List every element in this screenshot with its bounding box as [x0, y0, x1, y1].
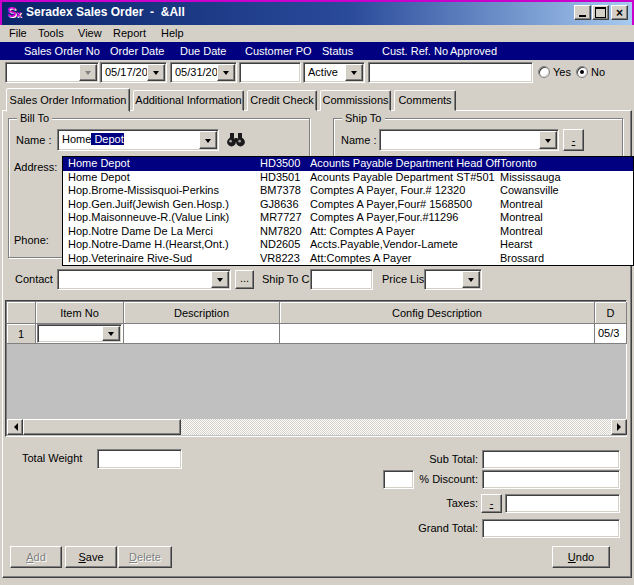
tab-commissions[interactable]: Commissions: [320, 90, 391, 111]
ship-to-dropdown-button[interactable]: [539, 131, 557, 149]
taxes-input[interactable]: [505, 494, 620, 513]
binoculars-icon: [226, 132, 246, 148]
menu-report[interactable]: Report: [113, 27, 146, 39]
scrollbar-thumb[interactable]: [23, 419, 181, 435]
grand-total-input[interactable]: [482, 519, 620, 538]
total-weight-input[interactable]: [97, 449, 182, 469]
bill-to-legend: Bill To: [17, 112, 52, 124]
status-dropdown-button[interactable]: [345, 64, 363, 81]
grid-header-description[interactable]: Description: [124, 302, 280, 324]
scroll-right-button[interactable]: [611, 419, 627, 435]
customer-row[interactable]: Home DepotHD3500Acounts Payable Departme…: [63, 157, 633, 171]
grid-corner-cell: [7, 302, 36, 324]
close-button[interactable]: ×: [611, 5, 628, 20]
chevron-down-icon: [545, 139, 551, 146]
ship-to-minus-button[interactable]: -: [563, 129, 584, 151]
customer-row[interactable]: Hop.Gen.Juif(Jewish Gen.Hosp.)GJ8636Comp…: [63, 198, 633, 212]
order-date-picker[interactable]: 05/17/2004: [100, 62, 167, 83]
customer-row[interactable]: Hop.Maisonneuve-R.(Value Link)MR7727Comp…: [63, 211, 633, 225]
customer-po-input[interactable]: [239, 62, 301, 83]
scroll-left-button[interactable]: [7, 419, 23, 435]
col-approved: Approved: [450, 45, 497, 57]
grid-row-number[interactable]: 1: [7, 324, 36, 344]
grid-header-config-description[interactable]: Config Description: [280, 302, 595, 324]
col-customer-po: Customer PO: [245, 45, 312, 57]
tab-sales-order-information[interactable]: Sales Order Information: [6, 88, 130, 112]
bill-to-name-combo[interactable]: Home Depot: [57, 129, 219, 151]
grid-cell-description[interactable]: [124, 324, 280, 344]
approved-no-label: No: [591, 66, 605, 78]
chevron-down-icon: [351, 71, 357, 78]
minimize-icon: [579, 15, 586, 17]
cust-ref-no-input[interactable]: [368, 62, 533, 83]
bill-to-name-plain: Home: [62, 133, 91, 145]
menu-help[interactable]: Help: [161, 27, 184, 39]
contact-label: Contact :: [15, 273, 59, 285]
customer-row[interactable]: Hop.Veterinaire Rive-SudVR8223Att:Compte…: [63, 252, 633, 266]
grid-header-due-date-partial[interactable]: D: [595, 302, 627, 324]
grid-cell-due-date[interactable]: 05/3: [595, 324, 627, 344]
approved-yes-label: Yes: [553, 66, 571, 78]
radio-dot-icon: [580, 70, 584, 74]
sales-order-no-dropdown-button: [79, 64, 97, 81]
grid-row-1: 1 05/3: [7, 324, 627, 344]
approved-yes-radio[interactable]: [538, 66, 550, 78]
title-bar[interactable]: Sx Seradex Sales Order - &All ×: [0, 0, 634, 25]
customer-row[interactable]: Home DepotHD3501Acounts Payable Departme…: [63, 171, 633, 185]
maximize-icon: [595, 7, 606, 18]
arrow-right-icon: [617, 423, 625, 431]
sales-order-no-combo[interactable]: [5, 62, 99, 83]
discount-input[interactable]: [482, 470, 620, 489]
item-no-dropdown-button[interactable]: [102, 326, 120, 341]
maximize-button[interactable]: [592, 5, 609, 20]
chevron-down-icon: [205, 139, 211, 146]
ship-to-name-combo[interactable]: [379, 129, 559, 151]
tab-additional-information[interactable]: Additional Information: [133, 90, 244, 111]
taxes-minus-button[interactable]: -: [481, 494, 502, 513]
discount-amount-box[interactable]: [383, 470, 414, 489]
price-list-combo[interactable]: [424, 269, 482, 290]
undo-button[interactable]: Undo: [552, 546, 610, 568]
price-list-dropdown-button[interactable]: [462, 271, 480, 288]
save-button[interactable]: Save: [65, 546, 117, 568]
grid-cell-item-no[interactable]: [36, 324, 124, 344]
contact-ellipsis-button[interactable]: ...: [235, 270, 254, 289]
col-sales-order-no: Sales Order No: [24, 45, 100, 57]
approved-no-radio[interactable]: [576, 66, 588, 78]
menu-tools[interactable]: Tools: [38, 27, 64, 39]
tab-comments[interactable]: Comments: [394, 90, 456, 111]
delete-button: Delete: [118, 546, 172, 568]
sub-total-input[interactable]: [482, 450, 620, 469]
seradex-app-icon: Sx: [7, 4, 23, 20]
customer-row[interactable]: Hop.Brome-Missisquoi-PerkinsBM7378Compte…: [63, 184, 633, 198]
order-date-dropdown-button[interactable]: [147, 64, 165, 81]
chevron-down-icon: [223, 71, 229, 78]
window-title: Seradex Sales Order - &All: [26, 5, 185, 19]
status-combo[interactable]: Active: [303, 62, 365, 83]
bill-to-dropdown-button[interactable]: [199, 131, 217, 149]
arrow-left-icon: [10, 423, 18, 431]
contact-dropdown-button[interactable]: [211, 271, 229, 288]
due-date-dropdown-button[interactable]: [217, 64, 235, 81]
menu-bar: File Tools View Report Help: [0, 25, 634, 42]
discount-label: % Discount:: [416, 473, 478, 485]
find-customer-button[interactable]: [226, 132, 246, 148]
contact-combo[interactable]: [57, 269, 231, 290]
ship-to-code-input[interactable]: [310, 269, 373, 290]
customer-row[interactable]: Hop.Notre-Dame H.(Hearst,Ont.)ND2605Acct…: [63, 238, 633, 252]
due-date-picker[interactable]: 05/31/2004: [170, 62, 237, 83]
ship-to-legend: Ship To: [342, 112, 385, 124]
tab-credit-check[interactable]: Credit Check: [247, 90, 317, 111]
item-no-combo[interactable]: [37, 324, 122, 343]
chevron-down-icon: [468, 278, 474, 285]
customer-row[interactable]: Hop.Notre Dame De La MerciNM7820Att: Com…: [63, 225, 633, 239]
grid-cell-config-description[interactable]: [280, 324, 595, 344]
chevron-down-icon: [217, 278, 223, 285]
col-due-date: Due Date: [180, 45, 226, 57]
bill-to-address-label: Address:: [14, 161, 57, 173]
menu-view[interactable]: View: [78, 27, 102, 39]
menu-file[interactable]: File: [9, 27, 27, 39]
grid-header-item-no[interactable]: Item No: [36, 302, 124, 324]
minimize-button[interactable]: [574, 5, 591, 20]
grid-horizontal-scrollbar[interactable]: [7, 419, 627, 435]
